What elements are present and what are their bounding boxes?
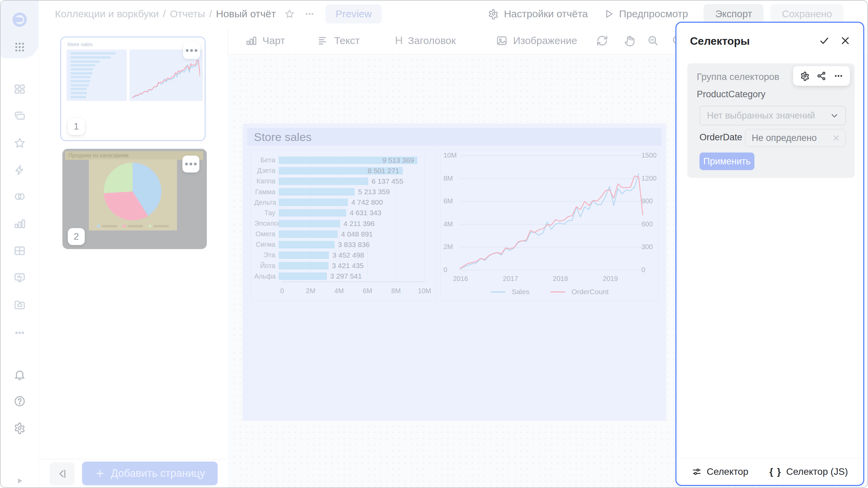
expand-icon[interactable] <box>15 476 25 486</box>
bar-row: Сигма3 833 836 <box>254 241 425 249</box>
order-date-label: OrderDate <box>699 132 742 143</box>
mini-bar <box>71 96 86 98</box>
add-selector-button[interactable]: Селектор <box>692 466 748 477</box>
help-icon[interactable] <box>13 395 26 408</box>
saved-button[interactable]: Сохранено <box>770 4 844 24</box>
hand-tool-button[interactable] <box>623 35 635 47</box>
legend-dot <box>97 225 100 228</box>
dashboards-icon[interactable] <box>13 83 26 96</box>
product-category-select[interactable]: Нет выбранных значений <box>699 106 846 125</box>
clear-x-icon[interactable] <box>832 134 841 142</box>
bar-value-label: 3 297 541 <box>330 272 362 280</box>
collections-icon[interactable] <box>13 109 26 122</box>
check-icon <box>819 35 830 46</box>
bar <box>279 251 329 259</box>
group-settings-button[interactable] <box>800 71 810 81</box>
line-chart-legend: Sales OrderCount <box>441 288 658 296</box>
settings-icon[interactable] <box>13 422 26 435</box>
group-links-button[interactable] <box>816 71 827 81</box>
bar-track: 6 137 455 <box>279 178 425 185</box>
chevron-down-icon <box>830 111 839 120</box>
charts-icon[interactable] <box>13 217 26 230</box>
bar-category-label: Каппа <box>254 177 279 185</box>
mini-bar <box>71 60 100 63</box>
group-more-button[interactable] <box>833 71 844 81</box>
preview-button[interactable]: Предпросмотр <box>604 8 688 20</box>
folder-cloud-icon[interactable] <box>13 299 26 311</box>
ordercount-legend-label: OrderCount <box>571 288 609 296</box>
bar-track: 3 833 836 <box>279 241 425 248</box>
bar-track: 4 742 800 <box>279 199 425 206</box>
sidebar <box>1 1 39 487</box>
bar-row: Тау4 631 343 <box>254 209 425 217</box>
page1-number-badge: 1 <box>68 118 85 135</box>
add-selector-js-button[interactable]: { } Селектор (JS) <box>769 466 848 477</box>
breadcrumb: Коллекции и воркбуки / Отчеты / Новый от… <box>55 1 382 27</box>
add-chart-button[interactable]: Чарт <box>245 35 285 47</box>
mini-bar <box>71 80 90 82</box>
add-text-button[interactable]: Текст <box>317 35 360 46</box>
heading-icon: H <box>395 34 403 47</box>
apps-grid-icon[interactable] <box>14 41 25 53</box>
right-tick-label: 1500 <box>642 151 657 159</box>
mini-bar <box>71 64 95 66</box>
bar <box>279 199 348 206</box>
thumb1-menu-button[interactable] <box>183 42 200 59</box>
bar-row: Омега4 048 891 <box>254 230 425 238</box>
x-tick-label: 2018 <box>553 275 568 283</box>
title-more-icon[interactable] <box>304 8 315 20</box>
bar-category-label: Эпсилон <box>254 220 279 227</box>
share-nodes-icon <box>816 71 827 81</box>
page-title[interactable]: Новый отчёт <box>216 8 276 20</box>
report-settings-button[interactable]: Настройки отчёта <box>488 8 588 20</box>
add-heading-button[interactable]: H Заголовок <box>395 34 456 47</box>
bar-track: 3 297 541 <box>279 272 425 280</box>
close-icon <box>840 35 851 46</box>
right-tick-label: 1200 <box>642 175 657 182</box>
apply-check-button[interactable] <box>816 33 832 48</box>
x-tick-label: 2016 <box>453 275 468 283</box>
mini-bar <box>71 88 87 90</box>
left-tick-label: 6M <box>443 197 453 205</box>
export-button[interactable]: Экспорт <box>704 4 764 24</box>
pie-legend <box>89 225 177 228</box>
bar-row: Бета9 513 369 <box>254 156 425 164</box>
bar-value-label: 3 452 498 <box>332 251 364 259</box>
star-icon[interactable] <box>13 137 26 149</box>
x-tick-label: 4M <box>334 287 344 295</box>
breadcrumb-reports[interactable]: Отчеты <box>170 8 205 20</box>
selector-group-title: Группа селекторов <box>697 72 780 82</box>
table-icon[interactable] <box>13 244 26 257</box>
store-sales-widget[interactable]: Store sales Бета9 513 369Дзета8 501 271К… <box>242 123 666 421</box>
lightning-icon[interactable] <box>13 164 26 177</box>
datalens-logo[interactable] <box>12 12 27 27</box>
add-page-button[interactable]: Добавить страницу <box>82 462 218 485</box>
bar <box>279 220 340 227</box>
bar-category-label: Дзета <box>254 167 279 175</box>
bell-icon[interactable] <box>13 368 26 381</box>
apply-button[interactable]: Применить <box>699 152 754 170</box>
monitor-icon[interactable] <box>13 271 26 284</box>
page-thumbnail-1[interactable]: Store sales 1 <box>60 37 205 141</box>
bar-category-label: Омега <box>254 230 279 238</box>
thumb2-menu-button[interactable] <box>182 156 199 172</box>
zoom-out-icon[interactable] <box>647 35 659 47</box>
left-tick-label: 4M <box>443 220 453 228</box>
mini-bar <box>71 92 87 94</box>
add-image-button[interactable]: Изображение <box>496 35 577 47</box>
collapse-pages-button[interactable] <box>50 462 75 485</box>
circles-icon[interactable] <box>13 190 26 203</box>
bar-category-label: Бета <box>254 156 279 164</box>
canvas-toolbar: Чарт Текст H Заголовок Изображение <box>228 27 675 54</box>
refresh-button[interactable] <box>596 35 608 47</box>
breadcrumb-collections[interactable]: Коллекции и воркбуки <box>55 8 159 20</box>
bar-chart-panel: Бета9 513 369Дзета8 501 271Каппа6 137 45… <box>251 150 436 301</box>
selector-group-card[interactable]: Группа селекторов ProductCategory Нет вы… <box>687 63 855 178</box>
favorite-star-icon[interactable] <box>284 8 295 19</box>
more-icon[interactable] <box>13 326 26 339</box>
order-date-field[interactable]: Не определено <box>745 129 846 147</box>
page-thumbnail-2[interactable]: Продажи по категориям 2 <box>62 149 207 249</box>
mini-bar <box>71 84 89 86</box>
close-panel-button[interactable] <box>837 33 853 48</box>
bar-value-label: 4 211 396 <box>343 220 375 228</box>
